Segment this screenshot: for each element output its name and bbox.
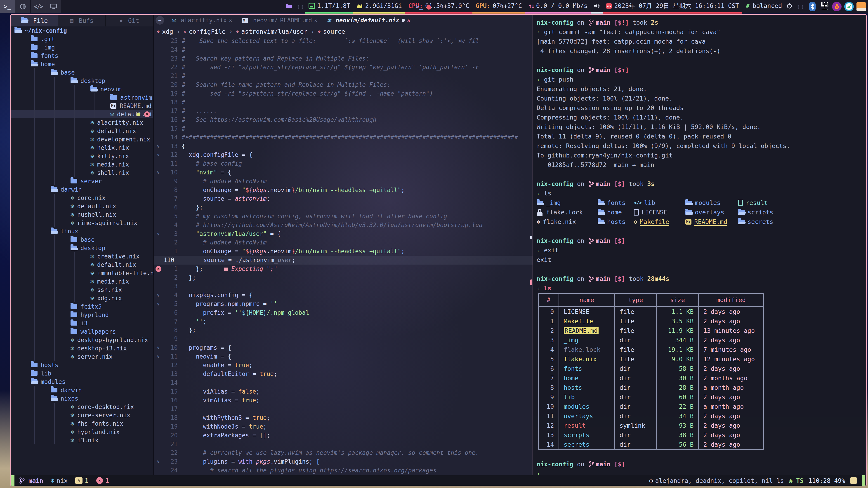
tree-item[interactable]: ❄immutable-file.nix bbox=[11, 269, 153, 277]
tree-item[interactable]: ❄core-desktop.nix bbox=[11, 402, 153, 411]
power-profile-module[interactable]: balanced bbox=[742, 0, 796, 13]
nix-icon: ❄ bbox=[110, 111, 114, 118]
tree-item[interactable]: hosts bbox=[11, 361, 153, 369]
bluetooth-icon[interactable] bbox=[807, 2, 817, 11]
tree-item[interactable]: ❄xdg.nix bbox=[11, 294, 153, 302]
tree-item[interactable]: ❄server.nix bbox=[11, 352, 153, 361]
tree-item[interactable]: ~/nix-config bbox=[11, 26, 153, 35]
tree-tab-git[interactable]: ◆Git bbox=[106, 15, 153, 26]
tree-item[interactable]: ❄default.nix bbox=[11, 260, 153, 269]
tree-item[interactable]: ❄hyprland.nix bbox=[11, 428, 153, 436]
tree-tab-bufs[interactable]: ▤Bufs bbox=[58, 15, 106, 26]
folder-icon bbox=[51, 388, 57, 392]
tree-item[interactable]: ❄core-server.nix bbox=[11, 411, 153, 419]
tree-item[interactable]: ❄media.nix bbox=[11, 277, 153, 286]
tree-item[interactable]: base bbox=[11, 68, 153, 76]
tree-item[interactable]: ❄default.nix bbox=[11, 202, 153, 210]
tree-item[interactable]: ❄kitty.nix bbox=[11, 152, 153, 160]
tree-item[interactable]: modules bbox=[11, 378, 153, 386]
buffer-tab[interactable]: ❄alacritty.nix✕ bbox=[168, 15, 236, 26]
terminal-line: nix-config on main [$] bbox=[537, 459, 866, 469]
volume-module[interactable] bbox=[591, 0, 603, 13]
tree-item[interactable]: ❄desktop-i3.nix bbox=[11, 344, 153, 352]
scrollbar-thumb[interactable] bbox=[530, 236, 532, 239]
tree-item[interactable]: ❄fhs-fonts.nix bbox=[11, 419, 153, 428]
breadcrumb-item[interactable]: ❖xdg bbox=[157, 28, 173, 35]
table-row: 9libdir60 B2 days ago bbox=[538, 392, 764, 402]
tree-item[interactable]: ❄rime-squirrel.nix bbox=[11, 219, 153, 227]
tree-item[interactable]: server bbox=[11, 177, 153, 185]
breadcrumb: ❖xdg›❖configFile›❖astronvim/lua/user›❖so… bbox=[154, 26, 532, 37]
tree-item[interactable]: ❄shell.nix bbox=[11, 168, 153, 177]
tree-item[interactable]: ❄nushell.nix bbox=[11, 210, 153, 219]
terminal-workspace[interactable]: >_ bbox=[0, 0, 16, 13]
tree-item[interactable]: ❄ssh.nix bbox=[11, 286, 153, 294]
record-dot-icon: ● bbox=[427, 2, 431, 11]
tree-item[interactable]: lib bbox=[11, 369, 153, 378]
nix-icon: ❄ bbox=[90, 144, 94, 151]
terminal-line: Writing objects: 100% (11/11), 1.16 KiB … bbox=[537, 122, 866, 132]
breadcrumb-item[interactable]: ❖astronvim/lua/user bbox=[236, 28, 307, 35]
tree-item[interactable]: fcitx5 bbox=[11, 302, 153, 311]
tree-item[interactable]: astronvim_user bbox=[11, 93, 153, 102]
terminal-pane[interactable]: nix-config on main [$!] took 2s› git com… bbox=[533, 15, 866, 475]
folder-icon bbox=[285, 3, 292, 8]
tree-item[interactable]: ❄desktop-hyprland.nix bbox=[11, 336, 153, 344]
leaf-icon bbox=[745, 3, 750, 9]
tree-item[interactable]: nixos bbox=[11, 394, 153, 402]
tree-item[interactable]: hyprland bbox=[11, 311, 153, 319]
flame-icon[interactable] bbox=[832, 2, 842, 11]
browser-workspace[interactable] bbox=[16, 0, 31, 13]
desktop-workspace[interactable] bbox=[46, 0, 61, 13]
breadcrumb-item[interactable]: ❖source bbox=[318, 28, 345, 35]
terminal-line: exit bbox=[537, 255, 866, 265]
system-tray bbox=[806, 0, 868, 13]
neo-tree-sidebar: File▤Bufs◆Git ~/nix-config.git_imgfontsh… bbox=[11, 15, 154, 475]
rime-icon[interactable] bbox=[844, 2, 854, 11]
code-line: 21# bbox=[154, 72, 532, 80]
code-workspace[interactable]: </> bbox=[31, 0, 46, 13]
buffer-tab[interactable]: ❄neovim/default.nix✕ bbox=[323, 15, 414, 26]
tree-item[interactable]: wallpapers bbox=[11, 327, 153, 336]
close-icon[interactable]: ✕ bbox=[407, 18, 410, 23]
tree-item[interactable]: .git bbox=[11, 35, 153, 43]
buffer-tab[interactable]: M↓neovim/README.md✕ bbox=[238, 15, 321, 26]
tree-item[interactable]: ❄development.nix bbox=[11, 135, 153, 143]
tree-item[interactable]: ❄default.nix bbox=[11, 127, 153, 135]
back-button[interactable]: ← bbox=[156, 16, 164, 25]
tree-item[interactable]: home bbox=[11, 60, 153, 68]
tree-item[interactable]: darwin bbox=[11, 185, 153, 194]
tree-item[interactable]: ❄creative.nix bbox=[11, 252, 153, 260]
tree-item[interactable]: M↓README.md bbox=[11, 102, 153, 110]
close-icon[interactable]: ✕ bbox=[229, 18, 232, 23]
trident-icon[interactable] bbox=[819, 2, 830, 11]
tree-tab-file[interactable]: File bbox=[11, 15, 58, 26]
breadcrumb-item[interactable]: ❖configFile bbox=[184, 28, 225, 35]
tree-item[interactable]: i3 bbox=[11, 319, 153, 327]
tree-item[interactable]: ❄default.nix✖ bbox=[11, 110, 153, 119]
tree-item[interactable]: ❄media.nix bbox=[11, 160, 153, 168]
tree-item[interactable]: _img bbox=[11, 43, 153, 52]
tree-item[interactable]: ❄helix.nix bbox=[11, 143, 153, 152]
tree-item[interactable]: ❄core.nix bbox=[11, 194, 153, 202]
tree-item[interactable]: darwin bbox=[11, 386, 153, 394]
tree-item[interactable]: neovim bbox=[11, 85, 153, 93]
tree-item[interactable]: base bbox=[11, 235, 153, 244]
folder-open-icon bbox=[598, 210, 604, 215]
tree-item[interactable]: linux bbox=[11, 227, 153, 235]
tree-item[interactable]: fonts bbox=[11, 52, 153, 60]
files-tray-icon[interactable] bbox=[856, 2, 866, 11]
tree-item[interactable]: ❄i3.nix bbox=[11, 436, 153, 445]
terminal-line: › git commit -am "feat: catppuccin-mocha… bbox=[537, 27, 866, 37]
tree-item[interactable]: desktop bbox=[11, 244, 153, 252]
close-icon[interactable]: ✕ bbox=[314, 18, 317, 23]
git-icon: ◆ bbox=[119, 18, 123, 24]
terminal-line: nix-config on main [$!] took 2s bbox=[537, 18, 866, 27]
network-module: ↑↓ 0.0 / 0.0 Mb/s bbox=[525, 0, 591, 13]
code-area[interactable]: 25# Save the selected text to a file: `:… bbox=[154, 37, 532, 475]
nix-icon: ❄ bbox=[70, 345, 74, 352]
nix-icon: ❄ bbox=[90, 153, 94, 160]
tree-item[interactable]: desktop bbox=[11, 76, 153, 85]
tree-item[interactable]: ❄alacritty.nix bbox=[11, 119, 153, 127]
nix-icon: ❄ bbox=[70, 220, 74, 226]
